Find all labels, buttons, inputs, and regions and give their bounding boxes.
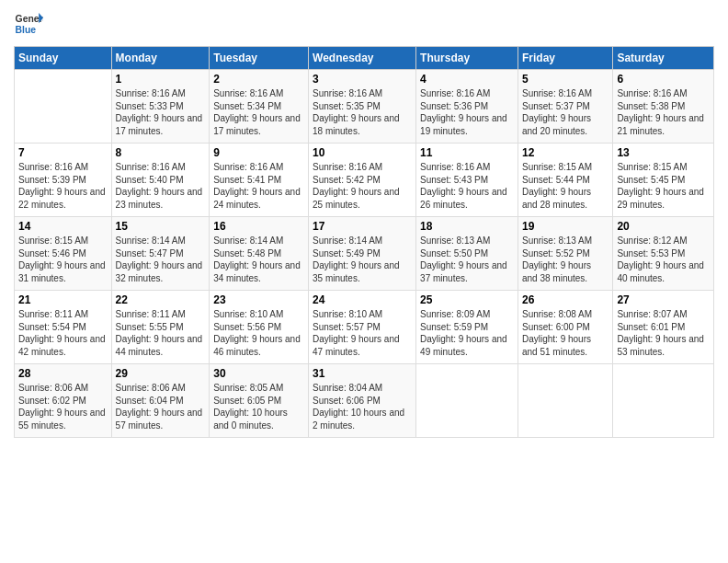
day-cell: 13Sunrise: 8:15 AMSunset: 5:45 PMDayligh… bbox=[613, 144, 714, 217]
day-cell: 6Sunrise: 8:16 AMSunset: 5:38 PMDaylight… bbox=[613, 70, 714, 144]
day-number: 18 bbox=[420, 220, 514, 233]
day-info: Sunrise: 8:15 AMSunset: 5:46 PMDaylight:… bbox=[18, 235, 108, 284]
day-cell: 28Sunrise: 8:06 AMSunset: 6:02 PMDayligh… bbox=[15, 364, 112, 438]
day-number: 12 bbox=[522, 146, 609, 159]
day-number: 20 bbox=[617, 220, 710, 233]
day-cell: 19Sunrise: 8:13 AMSunset: 5:52 PMDayligh… bbox=[518, 217, 612, 291]
day-info: Sunrise: 8:09 AMSunset: 5:59 PMDaylight:… bbox=[420, 308, 514, 358]
week-row-3: 21Sunrise: 8:11 AMSunset: 5:54 PMDayligh… bbox=[15, 291, 714, 364]
week-row-1: 7Sunrise: 8:16 AMSunset: 5:39 PMDaylight… bbox=[15, 144, 714, 217]
day-number: 5 bbox=[522, 73, 609, 86]
day-number: 23 bbox=[213, 293, 304, 306]
day-info: Sunrise: 8:16 AMSunset: 5:38 PMDaylight:… bbox=[617, 87, 710, 137]
day-cell: 15Sunrise: 8:14 AMSunset: 5:47 PMDayligh… bbox=[111, 217, 210, 291]
day-number: 27 bbox=[617, 293, 710, 306]
day-number: 16 bbox=[213, 220, 304, 233]
day-cell: 31Sunrise: 8:04 AMSunset: 6:06 PMDayligh… bbox=[309, 364, 416, 438]
day-number: 10 bbox=[313, 146, 412, 159]
day-info: Sunrise: 8:06 AMSunset: 6:02 PMDaylight:… bbox=[18, 382, 108, 431]
day-cell bbox=[416, 364, 518, 438]
day-cell: 29Sunrise: 8:06 AMSunset: 6:04 PMDayligh… bbox=[111, 364, 210, 438]
day-cell: 26Sunrise: 8:08 AMSunset: 6:00 PMDayligh… bbox=[518, 291, 612, 364]
col-header-saturday: Saturday bbox=[613, 47, 714, 70]
day-info: Sunrise: 8:08 AMSunset: 6:00 PMDaylight:… bbox=[522, 308, 609, 358]
svg-text:Blue: Blue bbox=[16, 25, 37, 35]
col-header-wednesday: Wednesday bbox=[309, 47, 416, 70]
week-row-0: 1Sunrise: 8:16 AMSunset: 5:33 PMDaylight… bbox=[15, 70, 714, 144]
day-number: 31 bbox=[313, 367, 412, 380]
day-cell: 7Sunrise: 8:16 AMSunset: 5:39 PMDaylight… bbox=[15, 144, 112, 217]
day-info: Sunrise: 8:16 AMSunset: 5:34 PMDaylight:… bbox=[213, 87, 304, 137]
day-info: Sunrise: 8:06 AMSunset: 6:04 PMDaylight:… bbox=[116, 382, 206, 431]
logo-icon: General Blue bbox=[14, 9, 43, 39]
day-cell: 9Sunrise: 8:16 AMSunset: 5:41 PMDaylight… bbox=[210, 144, 309, 217]
day-number: 22 bbox=[116, 293, 206, 306]
col-header-thursday: Thursday bbox=[416, 47, 518, 70]
day-number: 1 bbox=[116, 73, 206, 86]
week-row-2: 14Sunrise: 8:15 AMSunset: 5:46 PMDayligh… bbox=[15, 217, 714, 291]
day-info: Sunrise: 8:11 AMSunset: 5:55 PMDaylight:… bbox=[116, 308, 206, 358]
day-number: 13 bbox=[617, 146, 710, 159]
day-cell: 2Sunrise: 8:16 AMSunset: 5:34 PMDaylight… bbox=[210, 70, 309, 144]
day-cell: 22Sunrise: 8:11 AMSunset: 5:55 PMDayligh… bbox=[111, 291, 210, 364]
day-cell: 17Sunrise: 8:14 AMSunset: 5:49 PMDayligh… bbox=[309, 217, 416, 291]
day-number: 11 bbox=[420, 146, 514, 159]
day-info: Sunrise: 8:16 AMSunset: 5:42 PMDaylight:… bbox=[313, 161, 412, 211]
day-cell: 14Sunrise: 8:15 AMSunset: 5:46 PMDayligh… bbox=[15, 217, 112, 291]
day-info: Sunrise: 8:13 AMSunset: 5:52 PMDaylight:… bbox=[522, 235, 609, 284]
day-cell bbox=[518, 364, 612, 438]
day-cell bbox=[613, 364, 714, 438]
day-info: Sunrise: 8:10 AMSunset: 5:57 PMDaylight:… bbox=[313, 308, 412, 358]
day-number: 30 bbox=[213, 367, 304, 380]
day-cell: 12Sunrise: 8:15 AMSunset: 5:44 PMDayligh… bbox=[518, 144, 612, 217]
day-info: Sunrise: 8:16 AMSunset: 5:40 PMDaylight:… bbox=[116, 161, 206, 211]
day-info: Sunrise: 8:13 AMSunset: 5:50 PMDaylight:… bbox=[420, 235, 514, 284]
col-header-friday: Friday bbox=[518, 47, 612, 70]
day-number: 7 bbox=[18, 146, 108, 159]
day-cell: 10Sunrise: 8:16 AMSunset: 5:42 PMDayligh… bbox=[309, 144, 416, 217]
day-number: 21 bbox=[18, 293, 108, 306]
day-cell: 20Sunrise: 8:12 AMSunset: 5:53 PMDayligh… bbox=[613, 217, 714, 291]
day-number: 25 bbox=[420, 293, 514, 306]
day-info: Sunrise: 8:12 AMSunset: 5:53 PMDaylight:… bbox=[617, 235, 710, 284]
day-info: Sunrise: 8:16 AMSunset: 5:36 PMDaylight:… bbox=[420, 87, 514, 137]
day-cell: 3Sunrise: 8:16 AMSunset: 5:35 PMDaylight… bbox=[309, 70, 416, 144]
day-cell: 23Sunrise: 8:10 AMSunset: 5:56 PMDayligh… bbox=[210, 291, 309, 364]
col-header-tuesday: Tuesday bbox=[210, 47, 309, 70]
day-info: Sunrise: 8:14 AMSunset: 5:49 PMDaylight:… bbox=[313, 235, 412, 284]
week-row-4: 28Sunrise: 8:06 AMSunset: 6:02 PMDayligh… bbox=[15, 364, 714, 438]
day-number: 3 bbox=[313, 73, 412, 86]
day-number: 29 bbox=[116, 367, 206, 380]
col-header-monday: Monday bbox=[111, 47, 210, 70]
day-info: Sunrise: 8:16 AMSunset: 5:41 PMDaylight:… bbox=[213, 161, 304, 211]
day-info: Sunrise: 8:14 AMSunset: 5:47 PMDaylight:… bbox=[116, 235, 206, 284]
day-info: Sunrise: 8:15 AMSunset: 5:45 PMDaylight:… bbox=[617, 161, 710, 211]
page-container: General Blue SundayMondayTuesdayWednesda… bbox=[0, 0, 728, 447]
calendar-table: SundayMondayTuesdayWednesdayThursdayFrid… bbox=[14, 46, 714, 438]
day-number: 15 bbox=[116, 220, 206, 233]
day-cell: 30Sunrise: 8:05 AMSunset: 6:05 PMDayligh… bbox=[210, 364, 309, 438]
day-info: Sunrise: 8:16 AMSunset: 5:37 PMDaylight:… bbox=[522, 87, 609, 137]
day-number: 28 bbox=[18, 367, 108, 380]
day-info: Sunrise: 8:15 AMSunset: 5:44 PMDaylight:… bbox=[522, 161, 609, 211]
day-number: 19 bbox=[522, 220, 609, 233]
day-cell: 8Sunrise: 8:16 AMSunset: 5:40 PMDaylight… bbox=[111, 144, 210, 217]
day-cell: 25Sunrise: 8:09 AMSunset: 5:59 PMDayligh… bbox=[416, 291, 518, 364]
day-cell: 4Sunrise: 8:16 AMSunset: 5:36 PMDaylight… bbox=[416, 70, 518, 144]
logo: General Blue bbox=[14, 9, 47, 39]
day-cell: 27Sunrise: 8:07 AMSunset: 6:01 PMDayligh… bbox=[613, 291, 714, 364]
day-info: Sunrise: 8:16 AMSunset: 5:33 PMDaylight:… bbox=[116, 87, 206, 137]
day-cell: 21Sunrise: 8:11 AMSunset: 5:54 PMDayligh… bbox=[15, 291, 112, 364]
day-cell: 18Sunrise: 8:13 AMSunset: 5:50 PMDayligh… bbox=[416, 217, 518, 291]
day-number: 26 bbox=[522, 293, 609, 306]
day-cell bbox=[15, 70, 112, 144]
day-cell: 16Sunrise: 8:14 AMSunset: 5:48 PMDayligh… bbox=[210, 217, 309, 291]
day-info: Sunrise: 8:07 AMSunset: 6:01 PMDaylight:… bbox=[617, 308, 710, 358]
day-number: 17 bbox=[313, 220, 412, 233]
day-number: 4 bbox=[420, 73, 514, 86]
day-number: 6 bbox=[617, 73, 710, 86]
day-info: Sunrise: 8:16 AMSunset: 5:43 PMDaylight:… bbox=[420, 161, 514, 211]
day-info: Sunrise: 8:10 AMSunset: 5:56 PMDaylight:… bbox=[213, 308, 304, 358]
header: General Blue bbox=[14, 9, 714, 39]
day-info: Sunrise: 8:16 AMSunset: 5:39 PMDaylight:… bbox=[18, 161, 108, 211]
